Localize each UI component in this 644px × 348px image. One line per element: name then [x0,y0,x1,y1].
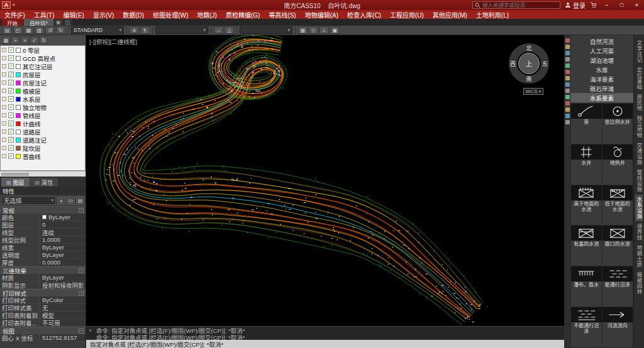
layer-color-chip[interactable] [16,64,21,69]
settings-icon[interactable] [565,120,570,124]
property-row[interactable]: 线型连续 [0,229,86,236]
view-cube-south[interactable]: 南 [526,75,531,83]
side-tab-9[interactable]: 植被园林 [635,270,643,296]
help-search-box[interactable] [472,1,560,9]
side-tab-6[interactable]: 水系设施 [635,195,643,221]
open-file-icon[interactable]: ◰ [13,26,23,34]
layer-checkbox-icon[interactable]: ✓ [8,63,14,69]
layer-checkbox-icon[interactable]: ✓ [8,145,14,151]
side-tab-0[interactable]: 文字注记 [635,38,643,65]
symbol-tile[interactable]: 有盖的水池 [571,226,602,266]
menu-item-1[interactable]: 工具(T) [30,10,59,19]
layer-visibility-icon[interactable] [2,138,6,142]
annotation-icon[interactable]: ¶ [140,26,150,34]
menu-item-9[interactable]: 地物编辑(A) [301,10,343,19]
dim-edit-icon[interactable]: △ [225,26,234,34]
symbol-tile[interactable]: 不能通行沼泽 [571,307,602,347]
quick-select-button[interactable]: ▤ [76,197,84,205]
menu-item-2[interactable]: 编辑(E) [59,10,89,19]
drawing-tab-1[interactable]: 白叶坑* [24,19,53,26]
osnap-icon[interactable] [565,114,570,118]
delete-layer-icon[interactable]: × [21,36,29,44]
layer-visibility-icon[interactable] [2,80,6,85]
collapse-icon[interactable]: − [79,268,84,273]
quick-access-caret-icon[interactable]: ▾ [13,3,15,8]
layer-row[interactable]: ✓房屋层 [1,70,85,79]
close-button[interactable]: × [631,1,642,9]
layer-row[interactable]: ✓独立地物 [1,103,85,111]
property-row[interactable]: 厚度0.0000 [0,259,86,266]
property-value[interactable]: 连续 [40,229,86,236]
layer-color-chip[interactable] [16,89,21,94]
side-tab-4[interactable]: 交通设施 [635,141,643,167]
drawing-tab-0[interactable]: 开始 [1,19,23,26]
property-row[interactable]: 打印样式ByColor [0,296,86,304]
layer-visibility-icon[interactable] [2,89,6,93]
layer-checkbox-icon[interactable]: ✓ [8,112,14,118]
layer-color-chip[interactable] [16,48,21,53]
orbit-icon[interactable] [565,70,570,74]
property-value[interactable]: ByLayer [40,274,86,281]
layer-row[interactable]: ✓房屋注记 [1,79,85,87]
layer-color-chip[interactable] [16,56,21,61]
symbol-tile[interactable]: 地热井 [602,144,633,185]
layer-checkbox-icon[interactable]: ✓ [8,104,14,110]
section-header[interactable]: 视图− [0,327,86,334]
minimize-button[interactable]: – [601,1,612,9]
new-layer-icon[interactable]: + [11,36,19,44]
property-value[interactable]: 无 [40,304,86,311]
side-tab-2[interactable]: 居民地 [635,92,643,113]
menu-item-11[interactable]: 工程应用(U) [386,10,428,19]
mleader-style-combo[interactable]: ▾ [240,26,292,34]
layer-checkbox-icon[interactable]: ✓ [8,137,14,143]
layer-row[interactable]: ✓道路层 [1,128,85,136]
category-item-2[interactable]: 湖泊池塘 [570,55,633,65]
layer-checkbox-icon[interactable]: ✓ [8,129,14,134]
layer-checkbox-icon[interactable]: ✓ [8,153,14,159]
menu-item-7[interactable]: 质检精编(G) [221,10,264,19]
property-row[interactable]: 阴影显示投射和接收阴影 [0,281,86,289]
category-item-3[interactable]: 水库 [570,65,633,74]
layer-properties-icon[interactable]: ▦ [2,36,10,44]
rotate-icon[interactable] [565,101,570,106]
property-row[interactable]: 圆心 X 坐标512752.9157 [0,334,86,342]
property-value[interactable]: 1.0000 [40,236,86,243]
layer-color-chip[interactable] [16,113,21,118]
text-style-combo[interactable]: STANDARD▾ [71,26,124,34]
section-header[interactable]: 常规− [0,206,86,214]
menu-item-0[interactable]: 文件(F) [0,10,30,19]
menu-item-8[interactable]: 等高线(S) [264,10,300,19]
layer-visibility-icon[interactable] [2,64,6,68]
layer-color-chip[interactable] [16,72,21,77]
pan-icon[interactable] [565,45,570,49]
symbol-tile[interactable]: 河流流向 [602,307,633,347]
layer-row[interactable]: ✓GCD 高程点 [1,54,85,62]
property-value[interactable]: 不可用 [40,319,86,326]
property-row[interactable]: 线宽ByLayer [0,244,86,251]
category-item-0[interactable]: 自然河流 [570,36,633,46]
layer-color-chip[interactable] [16,138,21,143]
layer-color-chip[interactable] [16,154,21,159]
layer-color-chip[interactable] [16,80,21,85]
symbol-tile[interactable]: 瀑布、跌水 [571,266,602,307]
menu-item-6[interactable]: 地籍(J) [192,10,221,19]
layer-row[interactable]: ✓管线层 [1,111,85,119]
section-header[interactable]: 三维效果− [0,266,86,274]
symbol-tile[interactable]: 高于地面的水池 [571,185,602,226]
property-row[interactable]: 打印表附着到模型 [0,312,86,319]
menu-item-10[interactable]: 检查入库(C) [343,10,386,19]
menu-item-3[interactable]: 显示(V) [89,10,118,19]
break-icon[interactable] [565,107,570,112]
menu-item-4[interactable]: 数据(D) [118,10,148,19]
layer-visibility-icon[interactable] [2,154,6,158]
property-row[interactable]: 材质ByLayer [0,274,86,281]
symbol-tile[interactable]: 泉 [571,104,602,144]
view-cube-west[interactable]: 西 [510,60,516,68]
collapse-icon[interactable]: − [79,329,84,334]
property-row[interactable]: 打印表附着...不可用 [0,319,86,327]
layer-checkbox-icon[interactable]: ✓ [8,55,14,61]
side-tab-3[interactable]: 独立地物 [635,114,643,140]
view-cube-north[interactable]: 北 [526,44,531,52]
property-row[interactable]: 图层0 [0,221,86,229]
login-button[interactable]: 登录 [565,1,586,10]
